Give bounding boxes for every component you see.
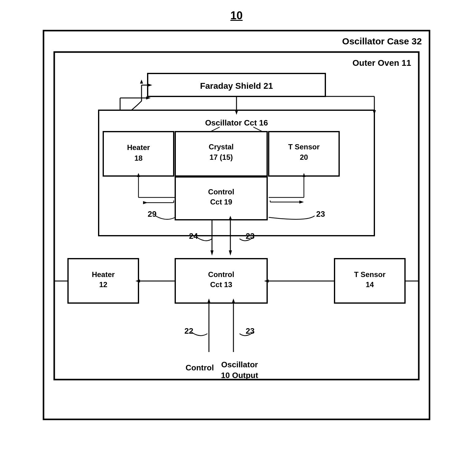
- faraday-shield-label: Faraday Shield 21: [200, 81, 273, 91]
- control-cct13-label-line1: Control: [208, 270, 234, 279]
- page-wrapper: 10 Oscillator Case 32 Outer Oven 11 Fara…: [0, 0, 473, 476]
- oscillator-case-label: Oscillator Case 32: [342, 36, 422, 46]
- oscillator-cct-label: Oscillator Cct 16: [205, 118, 268, 127]
- crystal17-label-line2: 17 (15): [210, 153, 233, 161]
- control-cct13-label-line2: Cct 13: [210, 280, 232, 289]
- outer-oven-label: Outer Oven 11: [353, 58, 411, 68]
- ref-29-label: 29: [148, 209, 157, 219]
- heater18-label-line2: 18: [134, 154, 143, 162]
- ref-23a-label: 23: [316, 209, 325, 219]
- control-cct19-label-line2: Cct 19: [210, 198, 232, 206]
- heater18-label-line1: Heater: [127, 143, 150, 152]
- heater12-label-line2: 12: [99, 280, 108, 289]
- tsensor20-label-line2: 20: [300, 153, 308, 161]
- heater12-label-line1: Heater: [92, 270, 115, 279]
- bottom-control-label: Control: [186, 363, 214, 372]
- control-cct19-label-line1: Control: [208, 188, 234, 196]
- bottom-output-label: 10 Output: [221, 371, 258, 380]
- ref-22-label: 22: [184, 326, 193, 335]
- crystal17-label-line1: Crystal: [209, 143, 233, 151]
- top-label: 10: [230, 9, 243, 22]
- ref-24-label: 24: [189, 231, 198, 241]
- tsensor14-label-line1: T Sensor: [354, 270, 386, 279]
- tsensor20-label-line1: T Sensor: [288, 143, 320, 151]
- bottom-oscillator-label: Oscillator: [221, 360, 258, 369]
- tsensor14-label-line2: 14: [366, 280, 374, 289]
- main-diagram: Oscillator Case 32 Outer Oven 11 Faraday…: [37, 28, 436, 468]
